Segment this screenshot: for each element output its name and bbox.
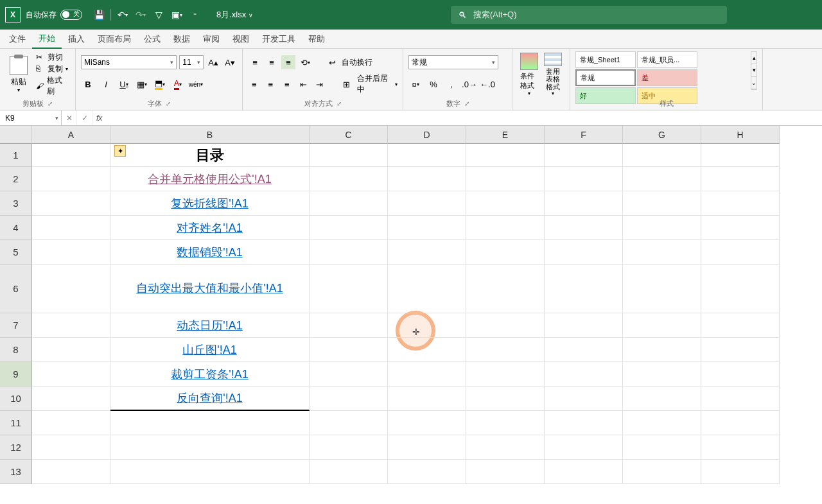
cell-b10[interactable]: 反向查询'!A1 (110, 387, 310, 411)
cell-f6[interactable] (545, 265, 623, 313)
cell-c13[interactable] (310, 460, 388, 484)
cell-c12[interactable] (310, 435, 388, 460)
col-header-d[interactable]: D (388, 126, 466, 144)
cell-h10[interactable] (701, 387, 780, 411)
row-header-9[interactable]: 9 (0, 362, 32, 387)
style-cell-sheet1[interactable]: 常规_Sheet1 (575, 51, 636, 68)
cell-d6[interactable] (388, 265, 466, 313)
cell-a3[interactable] (32, 191, 110, 216)
cell-c6[interactable] (310, 265, 388, 313)
align-middle-icon[interactable]: ≡ (265, 55, 279, 69)
alignment-launcher[interactable]: ⤢ (337, 100, 342, 107)
tab-file[interactable]: 文件 (3, 30, 32, 49)
decrease-font-icon[interactable]: A▾ (223, 55, 237, 69)
cell-g9[interactable] (623, 362, 701, 387)
cell-h8[interactable] (701, 338, 780, 362)
cell-e5[interactable] (466, 240, 545, 265)
cell-f4[interactable] (545, 216, 623, 240)
cell-d2[interactable] (388, 167, 466, 191)
filter-icon[interactable]: ▽ (150, 6, 168, 24)
merge-label[interactable]: 合并后居中 (357, 73, 391, 95)
cut-button[interactable]: ✂剪切 (36, 52, 70, 63)
cell-e2[interactable] (466, 167, 545, 191)
tab-help[interactable]: 帮助 (302, 30, 331, 49)
cell-h13[interactable] (701, 460, 780, 484)
cell-c11[interactable] (310, 411, 388, 435)
row-header-7[interactable]: 7 (0, 313, 32, 338)
row-header-8[interactable]: 8 (0, 338, 32, 362)
undo-icon[interactable]: ↶▾ (114, 6, 132, 24)
cell-a8[interactable] (32, 338, 110, 362)
cell-g4[interactable] (623, 216, 701, 240)
cell-g13[interactable] (623, 460, 701, 484)
cell-a4[interactable] (32, 216, 110, 240)
cell-g10[interactable] (623, 387, 701, 411)
col-header-g[interactable]: G (623, 126, 701, 144)
cell-f7[interactable] (545, 313, 623, 338)
col-header-e[interactable]: E (466, 126, 545, 144)
italic-button[interactable]: I (99, 77, 113, 91)
font-size-dropdown[interactable]: 11▾ (179, 55, 204, 69)
cell-h1[interactable] (701, 144, 780, 167)
orientation-icon[interactable]: ⟲▾ (298, 55, 312, 69)
cell-f2[interactable] (545, 167, 623, 191)
cell-a5[interactable] (32, 240, 110, 265)
cell-d3[interactable] (388, 191, 466, 216)
copy-button[interactable]: ⎘复制 ▾ (36, 64, 70, 74)
tab-insert[interactable]: 插入 (62, 30, 91, 49)
cell-h6[interactable] (701, 265, 780, 313)
cell-e11[interactable] (466, 411, 545, 435)
comma-icon[interactable]: , (444, 77, 459, 91)
cell-d9[interactable] (388, 362, 466, 387)
cell-a13[interactable] (32, 460, 110, 484)
row-header-4[interactable]: 4 (0, 216, 32, 240)
row-header-3[interactable]: 3 (0, 191, 32, 216)
cell-a11[interactable] (32, 411, 110, 435)
row-header-5[interactable]: 5 (0, 240, 32, 265)
cell-e9[interactable] (466, 362, 545, 387)
cell-d8[interactable] (388, 338, 466, 362)
cell-e4[interactable] (466, 216, 545, 240)
cell-b3[interactable]: 复选折线图'!A1 (110, 191, 310, 216)
cell-e6[interactable] (466, 265, 545, 313)
cell-d12[interactable] (388, 435, 466, 460)
tab-home[interactable]: 开始 (32, 30, 62, 49)
style-cell-bad[interactable]: 差 (637, 69, 697, 86)
redo-icon[interactable]: ↷▾ (132, 6, 150, 24)
cell-c7[interactable] (310, 313, 388, 338)
cell-e7[interactable] (466, 313, 545, 338)
cancel-formula-icon[interactable]: ✕ (62, 110, 77, 125)
align-center-icon[interactable]: ≡ (265, 77, 277, 91)
font-launcher[interactable]: ⤢ (166, 100, 171, 107)
cell-f11[interactable] (545, 411, 623, 435)
cell-b13[interactable] (110, 460, 310, 484)
indent-decrease-icon[interactable]: ⇤ (297, 77, 310, 91)
cell-e8[interactable] (466, 338, 545, 362)
merge-icon[interactable]: ⊞ (340, 77, 353, 91)
cell-g2[interactable] (623, 167, 701, 191)
cell-g6[interactable] (623, 265, 701, 313)
col-header-a[interactable]: A (32, 126, 110, 144)
accept-formula-icon[interactable]: ✓ (77, 110, 92, 125)
cell-c1[interactable] (310, 144, 388, 167)
style-scroll-more[interactable]: ⌄ (751, 77, 756, 89)
row-header-13[interactable]: 13 (0, 460, 32, 484)
increase-font-icon[interactable]: A▴ (206, 55, 220, 69)
cell-f8[interactable] (545, 338, 623, 362)
cell-g3[interactable] (623, 191, 701, 216)
currency-icon[interactable]: ¤▾ (408, 77, 423, 91)
cell-d5[interactable] (388, 240, 466, 265)
cell-c8[interactable] (310, 338, 388, 362)
search-box[interactable]: 🔍︎ 搜索(Alt+Q) (451, 6, 727, 24)
paste-button[interactable]: 粘贴 ▾ (5, 51, 32, 98)
row-header-10[interactable]: 10 (0, 387, 32, 411)
format-as-table-button[interactable]: 套用 表格格式▾ (541, 51, 565, 98)
cell-b8[interactable]: 山丘图'!A1 (110, 338, 310, 362)
cell-f3[interactable] (545, 191, 623, 216)
row-header-12[interactable]: 12 (0, 435, 32, 460)
cell-f13[interactable] (545, 460, 623, 484)
clipboard-launcher[interactable]: ⤢ (48, 100, 53, 107)
cell-f5[interactable] (545, 240, 623, 265)
row-header-11[interactable]: 11 (0, 411, 32, 435)
increase-decimal-icon[interactable]: .0→ (462, 77, 477, 91)
